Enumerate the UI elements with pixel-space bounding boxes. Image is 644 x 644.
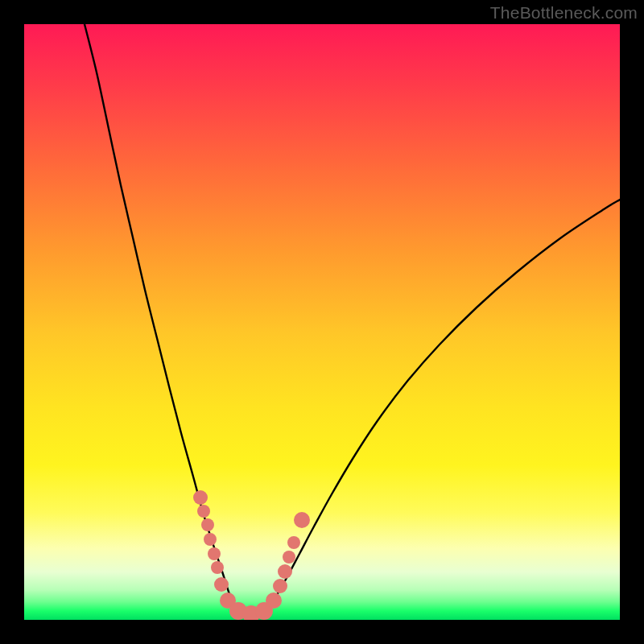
marker-dot: [214, 577, 229, 592]
marker-dot: [278, 564, 292, 579]
marker-group: [193, 490, 310, 620]
marker-dot: [283, 551, 295, 564]
chart-frame: TheBottleneck.com: [0, 0, 644, 644]
plot-area: [24, 24, 620, 620]
curve-layer: [24, 24, 620, 620]
marker-dot: [201, 518, 214, 531]
marker-dot: [193, 490, 208, 505]
marker-dot: [294, 512, 310, 528]
watermark-text: TheBottleneck.com: [490, 3, 638, 23]
curve-right-curve: [266, 200, 620, 610]
marker-dot: [273, 579, 287, 593]
series-group: [85, 24, 620, 617]
marker-dot: [287, 536, 300, 549]
marker-dot: [208, 547, 221, 560]
marker-dot: [266, 592, 282, 609]
marker-dot: [197, 505, 210, 518]
marker-dot: [204, 533, 217, 546]
marker-dot: [211, 561, 224, 574]
